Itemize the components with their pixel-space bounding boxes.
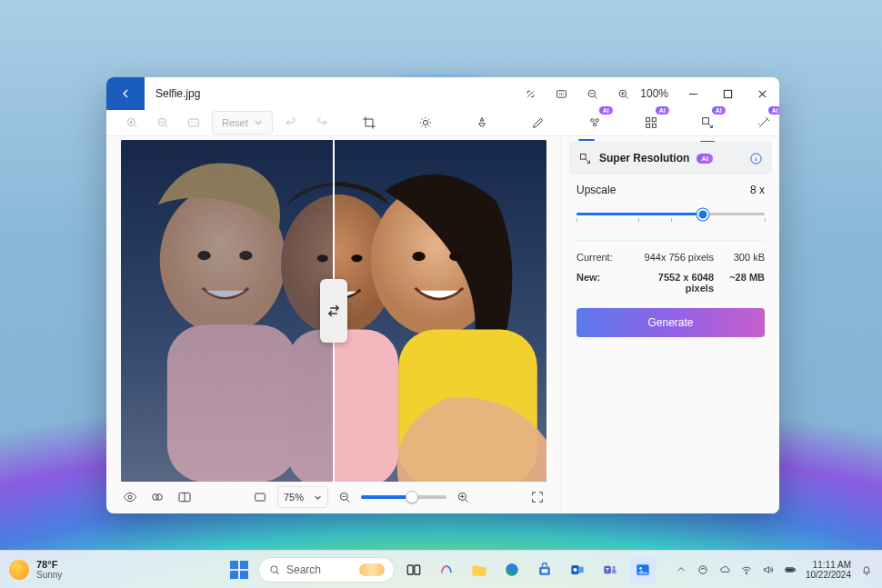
photos-button[interactable]	[629, 556, 656, 583]
background-tool[interactable]: AI	[638, 110, 664, 135]
undo-button[interactable]	[278, 110, 304, 135]
compare-handle[interactable]	[320, 279, 347, 343]
generate-button[interactable]: Generate	[576, 308, 765, 337]
close-button[interactable]	[745, 77, 779, 110]
onedrive-icon[interactable]	[718, 563, 731, 576]
chevron-down-icon	[254, 118, 263, 127]
svg-point-27	[412, 252, 425, 261]
ai-badge: AI	[712, 106, 726, 115]
reset-button[interactable]: Reset	[212, 111, 273, 135]
teams-button[interactable]: T	[596, 556, 624, 583]
style-tool[interactable]: AI	[751, 110, 777, 135]
wifi-icon[interactable]	[740, 563, 753, 576]
panel-header: Super Resolution AI	[569, 142, 772, 174]
windows-logo-icon	[230, 561, 248, 579]
redo-button[interactable]	[309, 110, 335, 135]
actual-size-button[interactable]	[546, 77, 576, 110]
copilot-tray-icon[interactable]	[697, 563, 709, 576]
svg-rect-42	[256, 493, 266, 501]
zoom-out-footer-button[interactable]	[336, 488, 354, 506]
viewer-footer: 75%	[121, 482, 546, 513]
new-label: New:	[576, 272, 631, 294]
maximize-button[interactable]	[710, 77, 745, 110]
svg-text:T: T	[606, 567, 609, 573]
slider-thumb[interactable]	[697, 208, 708, 220]
zoom-out-tool[interactable]	[150, 110, 175, 135]
zoom-slider-thumb[interactable]	[406, 491, 418, 503]
crop-tool[interactable]	[356, 110, 382, 135]
svg-rect-6	[189, 119, 199, 126]
edge-button[interactable]	[498, 556, 526, 583]
fit-screen-button[interactable]	[250, 488, 270, 506]
svg-point-24	[351, 254, 362, 262]
fullscreen-footer-button[interactable]	[528, 488, 546, 506]
erase-tool[interactable]: AI	[582, 110, 607, 135]
notifications-button[interactable]	[860, 563, 873, 576]
current-label: Current:	[576, 252, 631, 263]
outlook-icon	[568, 561, 586, 579]
copilot-button[interactable]	[433, 556, 460, 583]
ai-badge: AI	[656, 106, 669, 115]
overlap-circles-icon	[150, 490, 165, 504]
explorer-button[interactable]	[466, 556, 493, 583]
zoom-in-button[interactable]	[607, 77, 638, 110]
svg-rect-12	[652, 118, 656, 122]
upscale-slider[interactable]	[576, 205, 765, 224]
svg-rect-37	[121, 140, 334, 482]
zoom-in-tool[interactable]	[119, 110, 145, 135]
pen-icon	[531, 115, 546, 130]
swap-icon	[326, 303, 342, 319]
current-size-row: Current: 944x 756 pixels 300 kB	[576, 252, 765, 263]
redo-icon	[315, 115, 329, 130]
svg-rect-3	[724, 90, 731, 97]
edge-icon	[503, 561, 521, 579]
volume-icon[interactable]	[762, 563, 775, 576]
battery-icon[interactable]	[784, 563, 797, 576]
clock-time: 11:11 AM	[806, 560, 851, 570]
start-button[interactable]	[226, 556, 253, 583]
back-button[interactable]	[106, 77, 145, 110]
one-to-one-icon	[555, 87, 568, 101]
adjust-tool[interactable]	[413, 110, 438, 135]
zoom-in-icon	[616, 87, 630, 101]
zoom-out-button[interactable]	[576, 77, 607, 110]
panel-info-button[interactable]	[749, 152, 763, 165]
image-viewer[interactable]	[121, 140, 546, 482]
clock[interactable]: 11:11 AM 10/22/2024	[806, 560, 851, 580]
new-filesize: ~28 MB	[714, 272, 765, 294]
filter-tool[interactable]	[469, 110, 495, 135]
chevron-up-icon[interactable]	[675, 563, 687, 576]
markup-tool[interactable]	[526, 110, 551, 135]
panel-title: Super Resolution	[599, 152, 689, 164]
minimize-button[interactable]	[676, 77, 710, 110]
task-view-button[interactable]	[400, 556, 427, 583]
store-button[interactable]	[531, 556, 558, 583]
clock-date: 10/22/2024	[806, 570, 851, 580]
zoom-select[interactable]: 75%	[277, 486, 328, 508]
info-icon	[749, 152, 763, 165]
svg-point-8	[590, 119, 593, 122]
zoom-slider[interactable]	[361, 495, 446, 499]
compare-toggle-button[interactable]	[148, 488, 166, 506]
taskbar-search[interactable]: Search	[258, 557, 395, 583]
fullscreen-button[interactable]	[515, 77, 546, 110]
zoom-in-footer-button[interactable]	[454, 488, 472, 506]
toggle-visibility-button[interactable]	[121, 488, 139, 506]
svg-rect-55	[579, 566, 584, 573]
outlook-button[interactable]	[564, 556, 591, 583]
panel-active-indicator	[578, 139, 595, 141]
magnify-minus-icon	[155, 115, 170, 130]
one-to-one-tool[interactable]	[181, 110, 206, 135]
weather-widget[interactable]: 78°F Sunny	[9, 559, 62, 580]
svg-rect-66	[787, 568, 793, 570]
search-highlight-icon	[359, 563, 385, 576]
super-resolution-tool[interactable]: AI	[695, 110, 720, 135]
crop-icon	[362, 115, 376, 130]
zoom-slider-fill	[361, 495, 412, 499]
photos-icon	[634, 561, 652, 579]
folder-icon	[470, 561, 488, 579]
split-view-button[interactable]	[175, 488, 194, 506]
copilot-icon	[437, 561, 456, 579]
svg-point-28	[449, 252, 462, 261]
search-placeholder: Search	[286, 563, 321, 576]
